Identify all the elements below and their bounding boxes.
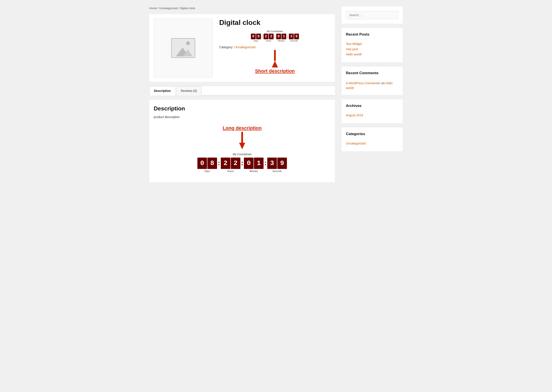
short-description-annotation: Short description xyxy=(219,50,331,74)
countdown-label-large: My Countdown xyxy=(154,153,331,156)
countdown-small: My Countdown 0 8 Days : xyxy=(219,30,331,42)
category-link-1[interactable]: Uncategorized xyxy=(346,142,398,145)
archive-link-1[interactable]: August 2019 xyxy=(346,113,398,117)
product-section: Digital clock My Countdown 0 8 Days xyxy=(149,14,335,82)
countdown-display-small: 0 8 Days : 2 2 xyxy=(251,34,299,42)
breadcrumb: Home / Uncategorized / Digital clock xyxy=(149,7,335,10)
arrow-shaft-up xyxy=(274,50,276,61)
tabs-nav: Description Reviews (0) xyxy=(149,86,335,95)
countdown-display-large: 0 8 Days : 2 2 Hours xyxy=(197,158,287,172)
short-description-label: Short description xyxy=(255,68,295,74)
arrow-shaft-down xyxy=(241,132,243,143)
categories-title: Categories xyxy=(346,132,398,138)
archives-title: Archives xyxy=(346,104,398,110)
cd-minutes-large: 0 1 Minutes xyxy=(244,158,263,172)
product-info: Digital clock My Countdown 0 8 Days xyxy=(219,19,331,77)
cd-seconds-small: 3 9 Seconds xyxy=(289,34,299,42)
archives-widget: Archives August 2019 xyxy=(341,99,403,123)
product-image xyxy=(154,19,213,77)
tab-reviews[interactable]: Reviews (0) xyxy=(176,86,202,95)
description-heading: Description xyxy=(154,105,331,112)
cd-days-large: 0 8 Days xyxy=(197,158,217,172)
countdown-label-small: My Countdown xyxy=(219,30,331,33)
image-placeholder-icon xyxy=(171,38,195,58)
categories-widget: Categories Uncategorized xyxy=(341,127,403,151)
product-title: Digital clock xyxy=(219,19,331,27)
long-description-annotation: Long description xyxy=(154,125,331,149)
recent-posts-title: Recent Posts xyxy=(346,32,398,39)
recent-post-link-1[interactable]: Test Widget xyxy=(346,42,398,46)
description-text: product description xyxy=(154,115,331,119)
cd-hours-small: 2 2 Hours xyxy=(263,34,274,42)
countdown-large: My Countdown 0 8 Days : xyxy=(154,153,331,177)
cd-seconds-large: 3 9 Seconds xyxy=(267,158,287,172)
recent-comments-widget: Recent Comments A WordPress Commenter on… xyxy=(341,67,403,95)
search-widget xyxy=(341,7,403,24)
cd-hours-large: 2 2 Hours xyxy=(221,158,241,172)
recent-post-link-2[interactable]: new post xyxy=(346,47,398,51)
commenter-link[interactable]: A WordPress Commenter xyxy=(346,81,380,85)
cd-minutes-small: 0 1 Minutes xyxy=(276,34,286,42)
main-content: Home / Uncategorized / Digital clock Dig… xyxy=(149,7,335,182)
recent-comments-title: Recent Comments xyxy=(346,71,398,77)
tabs-section: Description Reviews (0) xyxy=(149,86,335,95)
cd-days-small: 0 8 Days xyxy=(251,34,261,42)
arrow-head-down xyxy=(239,143,245,149)
product-category: Category: Uncategorized xyxy=(219,45,331,49)
recent-comment-item: A WordPress Commenter on Hello world! xyxy=(346,81,398,91)
search-input[interactable] xyxy=(346,11,398,19)
recent-posts-widget: Recent Posts Test Widget new post Hello … xyxy=(341,28,403,62)
long-description-label: Long description xyxy=(223,125,262,131)
description-content: Description product description Long des… xyxy=(149,100,335,182)
category-link[interactable]: Uncategorized xyxy=(234,45,255,49)
arrow-head-up xyxy=(272,61,278,67)
tab-description[interactable]: Description xyxy=(149,86,175,95)
sidebar: Recent Posts Test Widget new post Hello … xyxy=(341,7,403,182)
recent-post-link-3[interactable]: Hello world! xyxy=(346,53,398,56)
